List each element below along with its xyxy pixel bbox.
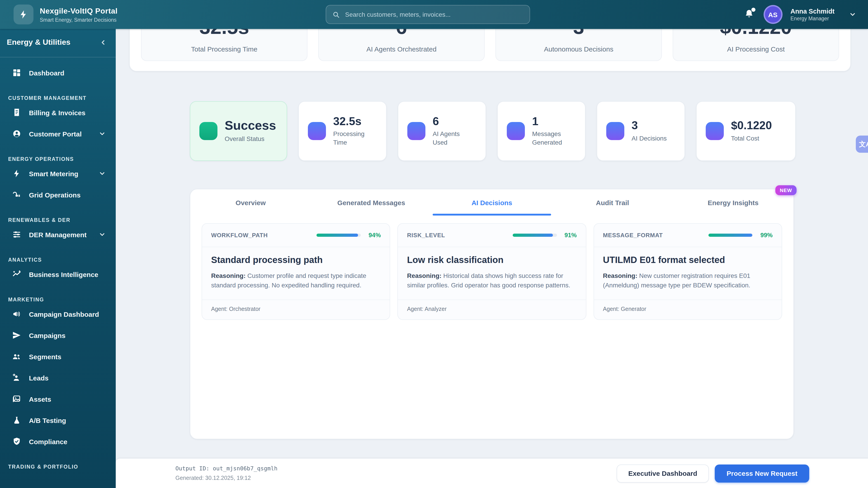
executive-dashboard-button[interactable]: Executive Dashboard — [616, 464, 709, 482]
user-menu-chevron-icon[interactable] — [849, 11, 856, 18]
confidence-bar — [513, 234, 557, 237]
tab-overview[interactable]: Overview — [190, 189, 311, 216]
decision-card-workflow-path: WORKFLOW_PATH 94% Standard processing pa… — [202, 223, 391, 320]
decision-header: MESSAGE_FORMAT 99% — [594, 224, 782, 247]
collapse-sidebar-icon[interactable] — [99, 39, 107, 46]
sidebar-item-grid-operations[interactable]: Grid Operations — [4, 186, 111, 204]
app-header: Nexgile-VoltIQ Portal Smart Energy, Smar… — [0, 0, 868, 29]
search-input[interactable] — [344, 10, 523, 19]
chevron-down-icon — [98, 130, 106, 137]
processing-time-card: 32.5s Processing Time — [298, 101, 386, 161]
generated-timestamp: Generated: 30.12.2025, 19:12 — [176, 474, 278, 482]
tab-audit-trail[interactable]: Audit Trail — [552, 189, 673, 216]
app-title: Nexgile-VoltIQ Portal — [40, 6, 118, 15]
ai-agents-card: 6 AI Agents Used — [398, 101, 486, 161]
sidebar-item-label: Dashboard — [29, 69, 106, 76]
sidebar-item-label: Business Intelligence — [29, 270, 106, 278]
metric-icon — [308, 122, 326, 140]
confidence-bar-fill — [317, 234, 358, 237]
process-new-request-button[interactable]: Process New Request — [715, 464, 809, 482]
notification-dot — [751, 8, 755, 12]
global-search[interactable] — [326, 5, 530, 24]
sidebar-item-label: Customer Portal — [29, 130, 98, 138]
summary-label: Total Cost — [731, 134, 772, 143]
decision-field: MESSAGE_FORMAT — [603, 232, 708, 238]
reasoning-label: Reasoning: — [603, 272, 637, 279]
plug-icon — [12, 190, 21, 199]
summary-label: Overall Status — [225, 135, 276, 143]
chevron-down-icon — [98, 170, 106, 177]
metric-icon — [606, 122, 624, 140]
flask-icon — [12, 416, 21, 425]
summary-cards-row: Success Overall Status 32.5s Processing … — [190, 101, 796, 161]
decision-title: Low risk classification — [407, 255, 577, 265]
ai-decisions-card: 3 AI Decisions — [597, 101, 685, 161]
sidebar-item-customer-portal[interactable]: Customer Portal — [4, 125, 111, 143]
sidebar-item-business-intelligence[interactable]: Business Intelligence — [4, 265, 111, 283]
shield-check-icon — [12, 437, 21, 446]
sidebar-item-campaigns[interactable]: Campaigns — [4, 326, 111, 344]
sidebar-item-campaign-dashboard[interactable]: Campaign Dashboard — [4, 305, 111, 323]
stat-label: AI Agents Orchestrated — [319, 45, 484, 53]
avatar[interactable]: AS — [763, 5, 782, 24]
sidebar-item-leads[interactable]: Leads — [4, 369, 111, 387]
sidebar-item-billing-invoices[interactable]: Billing & Invoices — [4, 103, 111, 122]
output-meta: Output ID: out_mjsn06b7_qsgmlh Generated… — [176, 465, 278, 482]
sidebar-item-label: Campaigns — [29, 331, 106, 339]
decision-header: WORKFLOW_PATH 94% — [202, 224, 390, 247]
user-role: Energy Manager — [790, 15, 835, 22]
summary-label: AI Decisions — [631, 134, 667, 143]
user-circle-icon — [12, 129, 21, 138]
decision-body: Standard processing path Reasoning: Cust… — [202, 247, 390, 300]
status-icon — [199, 122, 217, 140]
users-icon — [12, 352, 21, 361]
decision-card-message-format: MESSAGE_FORMAT 99% UTILMD E01 format sel… — [593, 223, 782, 320]
sidebar-item-assets[interactable]: Assets — [4, 390, 111, 408]
footer-actions: Executive Dashboard Process New Request — [616, 464, 809, 482]
screen: 32.5s Total Processing Time 6 AI Agents … — [0, 0, 868, 488]
action-footer: Output ID: out_mjsn06b7_qsgmlh Generated… — [116, 458, 868, 488]
sidebar-item-dashboard[interactable]: Dashboard — [4, 64, 111, 82]
decision-body: UTILMD E01 format selected Reasoning: Ne… — [594, 247, 782, 300]
decision-reasoning: Reasoning: Historical data shows high su… — [407, 271, 577, 290]
app-subtitle: Smart Energy, Smarter Decisions — [40, 17, 118, 22]
sidebar-section-analytics: ANALYTICS — [4, 252, 111, 263]
notifications-button[interactable] — [743, 8, 755, 20]
decision-agent: Agent: Generator — [594, 300, 782, 318]
sidebar-item-der-management[interactable]: DER Management — [4, 225, 111, 243]
sidebar-item-label: A/B Testing — [29, 416, 106, 424]
sidebar-item-ab-testing[interactable]: A/B Testing — [4, 411, 111, 429]
lightning-logo-icon — [19, 9, 29, 20]
decision-agent: Agent: Analyzer — [398, 300, 586, 318]
stat-label: Autonomous Decisions — [496, 45, 661, 53]
summary-value: 1 — [532, 115, 573, 128]
results-panel: NEW Overview Generated Messages AI Decis… — [190, 189, 794, 439]
tab-energy-insights[interactable]: Energy Insights — [673, 189, 794, 216]
tab-ai-decisions[interactable]: AI Decisions — [432, 189, 552, 216]
sliders-icon — [12, 230, 21, 239]
sidebar-item-segments[interactable]: Segments — [4, 348, 111, 365]
tab-generated-messages[interactable]: Generated Messages — [311, 189, 432, 216]
stat-label: AI Processing Cost — [673, 45, 839, 53]
summary-label: AI Agents Used — [433, 130, 469, 147]
tab-bar: Overview Generated Messages AI Decisions… — [190, 189, 794, 216]
decision-field: WORKFLOW_PATH — [211, 232, 317, 238]
confidence-bar — [708, 234, 753, 237]
metric-icon — [706, 122, 724, 140]
app-root: 32.5s Total Processing Time 6 AI Agents … — [0, 0, 868, 488]
sidebar-item-label: Assets — [29, 395, 106, 403]
reasoning-label: Reasoning: — [407, 272, 441, 279]
reasoning-label: Reasoning: — [211, 272, 246, 279]
lightning-icon — [12, 169, 21, 178]
sidebar-item-label: Billing & Invoices — [29, 109, 106, 116]
chevron-down-icon — [98, 231, 106, 238]
sidebar-item-compliance[interactable]: Compliance — [4, 432, 111, 451]
user-meta: Anna Schmidt Energy Manager — [790, 7, 835, 22]
sidebar-item-smart-metering[interactable]: Smart Metering — [4, 164, 111, 183]
sidebar-section-energy-operations: ENERGY OPERATIONS — [4, 151, 111, 162]
summary-value: $0.1220 — [731, 120, 772, 132]
decision-body: Low risk classification Reasoning: Histo… — [398, 247, 586, 300]
search-icon — [333, 11, 340, 18]
sidebar-item-label: Campaign Dashboard — [29, 310, 106, 318]
translate-widget-icon[interactable]: 文A — [856, 135, 868, 153]
